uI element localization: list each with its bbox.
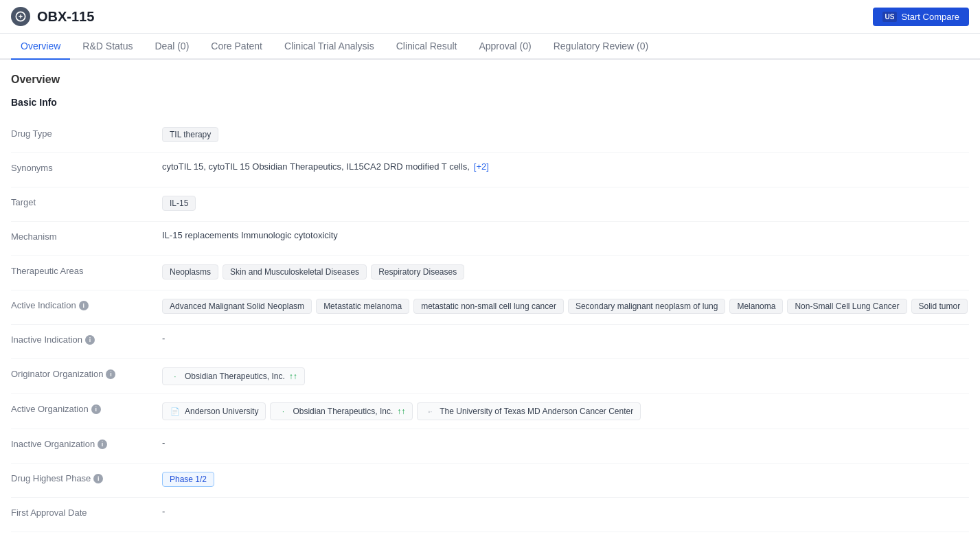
target-label: Target xyxy=(11,196,162,207)
mechanism-label: Mechanism xyxy=(11,230,162,242)
drug-highest-phase-label: Drug Highest Phase i xyxy=(11,472,162,483)
originator-org-row: Originator Organization i · Obsidian The… xyxy=(11,359,969,394)
header-left: OBX-115 xyxy=(11,7,94,26)
first-approval-dash: - xyxy=(162,506,165,516)
tab-regulatory-review[interactable]: Regulatory Review (0) xyxy=(544,34,659,60)
basic-info-title: Basic Info xyxy=(11,97,969,108)
tab-clinical-result[interactable]: Clinical Result xyxy=(387,34,467,60)
originator-org-value: · Obsidian Therapeutics, Inc. ↑↑ xyxy=(162,367,969,385)
therapeutic-areas-row: Therapeutic Areas Neoplasms Skin and Mus… xyxy=(11,256,969,290)
active-org-info-icon[interactable]: i xyxy=(91,404,101,414)
synonyms-text: cytoTIL 15, cytoTIL 15 Obsidian Therapeu… xyxy=(162,161,470,172)
inactive-org-value: - xyxy=(162,437,969,448)
drug-highest-phase-info-icon[interactable]: i xyxy=(93,474,103,483)
start-compare-label: Start Compare xyxy=(901,12,959,22)
inactive-org-info-icon[interactable]: i xyxy=(98,439,107,449)
indication-tag-5: Melanoma xyxy=(729,299,783,314)
indication-tag-1: Advanced Malignant Solid Neoplasm xyxy=(162,299,312,314)
drug-icon xyxy=(11,7,30,26)
tab-clinical-trial[interactable]: Clinical Trial Analysis xyxy=(275,34,384,60)
therapeutic-tag-skin: Skin and Musculoskeletal Diseases xyxy=(223,264,367,279)
inactive-indication-value: - xyxy=(162,333,969,343)
drug-type-label: Drug Type xyxy=(11,127,162,139)
main-content: Overview Basic Info Drug Type TIL therap… xyxy=(0,60,980,546)
synonyms-value: cytoTIL 15, cytoTIL 15 Obsidian Therapeu… xyxy=(162,161,969,172)
obsidian-dot-icon: · xyxy=(277,406,288,417)
active-indication-value: Advanced Malignant Solid Neoplasm Metast… xyxy=(162,299,969,314)
indication-tag-4: Secondary malignant neoplasm of lung xyxy=(568,299,725,314)
drug-type-row: Drug Type TIL therapy xyxy=(11,119,969,153)
overview-section-title: Overview xyxy=(11,73,969,86)
target-tag: IL-15 xyxy=(162,196,196,211)
originator-org-info-icon[interactable]: i xyxy=(106,369,115,379)
utmdacc-name: The University of Texas MD Anderson Canc… xyxy=(440,407,633,416)
active-indication-label: Active Indication i xyxy=(11,299,162,310)
active-org-badge-obsidian[interactable]: · Obsidian Therapeutics, Inc. ↑↑ xyxy=(270,402,413,420)
therapeutic-tag-respiratory: Respiratory Diseases xyxy=(371,264,464,279)
active-org-row: Active Organization i 📄 Anderson Univers… xyxy=(11,394,969,429)
mechanism-value: IL-15 replacements Immunologic cytotoxic… xyxy=(162,230,969,240)
indication-tag-7: Solid tumor xyxy=(911,299,968,314)
synonyms-label: Synonyms xyxy=(11,161,162,173)
tab-deal[interactable]: Deal (0) xyxy=(146,34,199,60)
tab-core-patent[interactable]: Core Patent xyxy=(201,34,272,60)
active-org-label: Active Organization i xyxy=(11,402,162,414)
originator-org-badge[interactable]: · Obsidian Therapeutics, Inc. ↑↑ xyxy=(162,367,305,385)
active-indication-info-icon[interactable]: i xyxy=(79,301,89,310)
drug-type-value: TIL therapy xyxy=(162,127,969,142)
phase-tag: Phase 1/2 xyxy=(162,472,214,487)
inactive-indication-label: Inactive Indication i xyxy=(11,333,162,345)
synonyms-row: Synonyms cytoTIL 15, cytoTIL 15 Obsidian… xyxy=(11,153,969,187)
active-org-value: 📄 Anderson University · Obsidian Therape… xyxy=(162,402,969,420)
inactive-org-dash: - xyxy=(162,437,165,448)
active-org-badge-anderson[interactable]: 📄 Anderson University xyxy=(162,402,266,420)
target-row: Target IL-15 xyxy=(11,187,969,222)
utmdacc-dot-icon: ◦· xyxy=(424,406,435,417)
inactive-indication-row: Inactive Indication i - xyxy=(11,325,969,359)
therapeutic-areas-value: Neoplasms Skin and Musculoskeletal Disea… xyxy=(162,264,969,279)
first-approval-row: First Approval Date - xyxy=(11,498,969,532)
mechanism-text: IL-15 replacements Immunologic cytotoxic… xyxy=(162,230,338,240)
inactive-org-row: Inactive Organization i - xyxy=(11,429,969,464)
synonyms-more-link[interactable]: [+2] xyxy=(474,161,489,172)
drug-highest-phase-value: Phase 1/2 xyxy=(162,472,969,487)
indication-tag-2: Metastatic melanoma xyxy=(316,299,409,314)
inactive-org-label: Inactive Organization i xyxy=(11,437,162,449)
therapeutic-tag-neoplasms: Neoplasms xyxy=(162,264,218,279)
tab-rd-status[interactable]: R&D Status xyxy=(73,34,142,60)
therapeutic-areas-label: Therapeutic Areas xyxy=(11,264,162,276)
anderson-doc-icon: 📄 xyxy=(170,406,181,417)
tab-approval[interactable]: Approval (0) xyxy=(469,34,540,60)
first-approval-label: First Approval Date xyxy=(11,506,162,518)
nav-tabs: Overview R&D Status Deal (0) Core Patent… xyxy=(0,34,980,60)
inactive-indication-info-icon[interactable]: i xyxy=(85,335,95,345)
inactive-indication-dash: - xyxy=(162,333,165,343)
anderson-university-name: Anderson University xyxy=(185,407,258,416)
first-approval-value: - xyxy=(162,506,969,516)
obsidian-name: Obsidian Therapeutics, Inc. xyxy=(293,407,393,416)
us-badge: US xyxy=(882,12,898,22)
indication-tag-3: metastatic non-small cell lung cancer xyxy=(413,299,564,314)
originator-org-label: Originator Organization i xyxy=(11,367,162,379)
start-compare-button[interactable]: US Start Compare xyxy=(873,8,969,26)
mechanism-row: Mechanism IL-15 replacements Immunologic… xyxy=(11,222,969,256)
originator-org-name: Obsidian Therapeutics, Inc. xyxy=(185,372,285,381)
drug-highest-phase-row: Drug Highest Phase i Phase 1/2 xyxy=(11,464,969,498)
active-indication-row: Active Indication i Advanced Malignant S… xyxy=(11,290,969,325)
target-value: IL-15 xyxy=(162,196,969,211)
drug-title: OBX-115 xyxy=(37,9,94,25)
originator-org-dot-icon: · xyxy=(170,371,181,382)
drug-type-tag: TIL therapy xyxy=(162,127,218,142)
active-org-badge-utmdacc[interactable]: ◦· The University of Texas MD Anderson C… xyxy=(417,402,641,420)
page-header: OBX-115 US Start Compare xyxy=(0,0,980,34)
indication-tag-6: Non-Small Cell Lung Cancer xyxy=(787,299,907,314)
tab-overview[interactable]: Overview xyxy=(11,34,70,60)
